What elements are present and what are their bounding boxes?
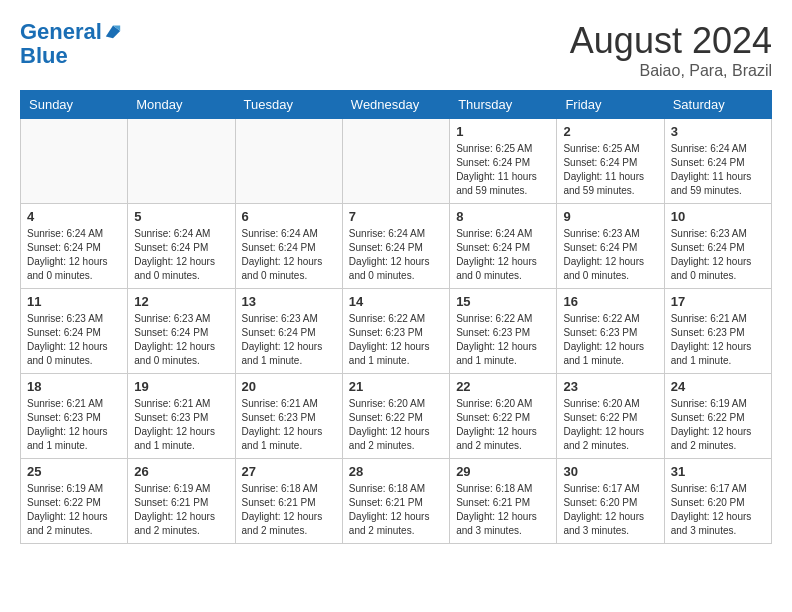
day-info: Sunrise: 6:23 AMSunset: 6:24 PMDaylight:… — [27, 312, 121, 368]
calendar-cell: 22Sunrise: 6:20 AMSunset: 6:22 PMDayligh… — [450, 374, 557, 459]
day-info: Sunrise: 6:17 AMSunset: 6:20 PMDaylight:… — [563, 482, 657, 538]
calendar-cell: 1Sunrise: 6:25 AMSunset: 6:24 PMDaylight… — [450, 119, 557, 204]
day-info: Sunrise: 6:19 AMSunset: 6:22 PMDaylight:… — [27, 482, 121, 538]
day-number: 25 — [27, 464, 121, 479]
day-info: Sunrise: 6:24 AMSunset: 6:24 PMDaylight:… — [242, 227, 336, 283]
calendar-cell: 24Sunrise: 6:19 AMSunset: 6:22 PMDayligh… — [664, 374, 771, 459]
day-info: Sunrise: 6:22 AMSunset: 6:23 PMDaylight:… — [349, 312, 443, 368]
day-number: 3 — [671, 124, 765, 139]
day-number: 15 — [456, 294, 550, 309]
day-number: 10 — [671, 209, 765, 224]
day-info: Sunrise: 6:19 AMSunset: 6:21 PMDaylight:… — [134, 482, 228, 538]
calendar-cell: 31Sunrise: 6:17 AMSunset: 6:20 PMDayligh… — [664, 459, 771, 544]
day-info: Sunrise: 6:23 AMSunset: 6:24 PMDaylight:… — [671, 227, 765, 283]
calendar-cell: 4Sunrise: 6:24 AMSunset: 6:24 PMDaylight… — [21, 204, 128, 289]
logo-text: General — [20, 20, 102, 44]
calendar-cell: 23Sunrise: 6:20 AMSunset: 6:22 PMDayligh… — [557, 374, 664, 459]
calendar-cell: 6Sunrise: 6:24 AMSunset: 6:24 PMDaylight… — [235, 204, 342, 289]
day-number: 18 — [27, 379, 121, 394]
calendar-cell: 30Sunrise: 6:17 AMSunset: 6:20 PMDayligh… — [557, 459, 664, 544]
day-info: Sunrise: 6:18 AMSunset: 6:21 PMDaylight:… — [456, 482, 550, 538]
day-number: 11 — [27, 294, 121, 309]
day-number: 24 — [671, 379, 765, 394]
day-info: Sunrise: 6:18 AMSunset: 6:21 PMDaylight:… — [349, 482, 443, 538]
week-row-2: 4Sunrise: 6:24 AMSunset: 6:24 PMDaylight… — [21, 204, 772, 289]
day-info: Sunrise: 6:20 AMSunset: 6:22 PMDaylight:… — [456, 397, 550, 453]
title-block: August 2024 Baiao, Para, Brazil — [570, 20, 772, 80]
day-info: Sunrise: 6:21 AMSunset: 6:23 PMDaylight:… — [671, 312, 765, 368]
calendar-cell: 12Sunrise: 6:23 AMSunset: 6:24 PMDayligh… — [128, 289, 235, 374]
day-number: 19 — [134, 379, 228, 394]
calendar-cell: 8Sunrise: 6:24 AMSunset: 6:24 PMDaylight… — [450, 204, 557, 289]
day-info: Sunrise: 6:20 AMSunset: 6:22 PMDaylight:… — [563, 397, 657, 453]
logo-icon — [104, 22, 122, 40]
weekday-header-row: SundayMondayTuesdayWednesdayThursdayFrid… — [21, 91, 772, 119]
day-number: 17 — [671, 294, 765, 309]
day-number: 30 — [563, 464, 657, 479]
day-info: Sunrise: 6:21 AMSunset: 6:23 PMDaylight:… — [134, 397, 228, 453]
calendar-cell: 5Sunrise: 6:24 AMSunset: 6:24 PMDaylight… — [128, 204, 235, 289]
calendar-cell: 19Sunrise: 6:21 AMSunset: 6:23 PMDayligh… — [128, 374, 235, 459]
header: General Blue August 2024 Baiao, Para, Br… — [20, 20, 772, 80]
calendar-cell: 18Sunrise: 6:21 AMSunset: 6:23 PMDayligh… — [21, 374, 128, 459]
location: Baiao, Para, Brazil — [570, 62, 772, 80]
calendar-cell — [342, 119, 449, 204]
week-row-1: 1Sunrise: 6:25 AMSunset: 6:24 PMDaylight… — [21, 119, 772, 204]
calendar-cell: 27Sunrise: 6:18 AMSunset: 6:21 PMDayligh… — [235, 459, 342, 544]
day-number: 31 — [671, 464, 765, 479]
weekday-header-saturday: Saturday — [664, 91, 771, 119]
calendar-cell: 11Sunrise: 6:23 AMSunset: 6:24 PMDayligh… — [21, 289, 128, 374]
day-number: 29 — [456, 464, 550, 479]
day-number: 9 — [563, 209, 657, 224]
calendar-cell: 15Sunrise: 6:22 AMSunset: 6:23 PMDayligh… — [450, 289, 557, 374]
calendar-cell: 28Sunrise: 6:18 AMSunset: 6:21 PMDayligh… — [342, 459, 449, 544]
weekday-header-wednesday: Wednesday — [342, 91, 449, 119]
month-year: August 2024 — [570, 20, 772, 62]
calendar-cell: 7Sunrise: 6:24 AMSunset: 6:24 PMDaylight… — [342, 204, 449, 289]
day-info: Sunrise: 6:20 AMSunset: 6:22 PMDaylight:… — [349, 397, 443, 453]
calendar-cell: 25Sunrise: 6:19 AMSunset: 6:22 PMDayligh… — [21, 459, 128, 544]
weekday-header-sunday: Sunday — [21, 91, 128, 119]
day-number: 22 — [456, 379, 550, 394]
day-number: 14 — [349, 294, 443, 309]
day-number: 23 — [563, 379, 657, 394]
calendar-cell: 20Sunrise: 6:21 AMSunset: 6:23 PMDayligh… — [235, 374, 342, 459]
logo: General Blue — [20, 20, 122, 68]
calendar-cell — [235, 119, 342, 204]
day-number: 5 — [134, 209, 228, 224]
day-number: 2 — [563, 124, 657, 139]
day-number: 12 — [134, 294, 228, 309]
day-info: Sunrise: 6:21 AMSunset: 6:23 PMDaylight:… — [242, 397, 336, 453]
weekday-header-friday: Friday — [557, 91, 664, 119]
calendar-cell: 14Sunrise: 6:22 AMSunset: 6:23 PMDayligh… — [342, 289, 449, 374]
day-number: 6 — [242, 209, 336, 224]
calendar-cell: 3Sunrise: 6:24 AMSunset: 6:24 PMDaylight… — [664, 119, 771, 204]
day-info: Sunrise: 6:23 AMSunset: 6:24 PMDaylight:… — [134, 312, 228, 368]
day-number: 20 — [242, 379, 336, 394]
weekday-header-tuesday: Tuesday — [235, 91, 342, 119]
logo-blue-text: Blue — [20, 44, 122, 68]
calendar-cell: 29Sunrise: 6:18 AMSunset: 6:21 PMDayligh… — [450, 459, 557, 544]
day-info: Sunrise: 6:18 AMSunset: 6:21 PMDaylight:… — [242, 482, 336, 538]
calendar-cell: 13Sunrise: 6:23 AMSunset: 6:24 PMDayligh… — [235, 289, 342, 374]
calendar-cell — [21, 119, 128, 204]
day-info: Sunrise: 6:22 AMSunset: 6:23 PMDaylight:… — [563, 312, 657, 368]
calendar-cell — [128, 119, 235, 204]
day-number: 13 — [242, 294, 336, 309]
day-info: Sunrise: 6:19 AMSunset: 6:22 PMDaylight:… — [671, 397, 765, 453]
day-info: Sunrise: 6:24 AMSunset: 6:24 PMDaylight:… — [671, 142, 765, 198]
calendar-cell: 10Sunrise: 6:23 AMSunset: 6:24 PMDayligh… — [664, 204, 771, 289]
day-number: 21 — [349, 379, 443, 394]
day-info: Sunrise: 6:24 AMSunset: 6:24 PMDaylight:… — [27, 227, 121, 283]
day-number: 1 — [456, 124, 550, 139]
day-number: 7 — [349, 209, 443, 224]
day-info: Sunrise: 6:17 AMSunset: 6:20 PMDaylight:… — [671, 482, 765, 538]
day-info: Sunrise: 6:22 AMSunset: 6:23 PMDaylight:… — [456, 312, 550, 368]
calendar-cell: 17Sunrise: 6:21 AMSunset: 6:23 PMDayligh… — [664, 289, 771, 374]
week-row-5: 25Sunrise: 6:19 AMSunset: 6:22 PMDayligh… — [21, 459, 772, 544]
day-info: Sunrise: 6:25 AMSunset: 6:24 PMDaylight:… — [563, 142, 657, 198]
day-info: Sunrise: 6:21 AMSunset: 6:23 PMDaylight:… — [27, 397, 121, 453]
calendar-cell: 9Sunrise: 6:23 AMSunset: 6:24 PMDaylight… — [557, 204, 664, 289]
weekday-header-thursday: Thursday — [450, 91, 557, 119]
day-info: Sunrise: 6:23 AMSunset: 6:24 PMDaylight:… — [242, 312, 336, 368]
